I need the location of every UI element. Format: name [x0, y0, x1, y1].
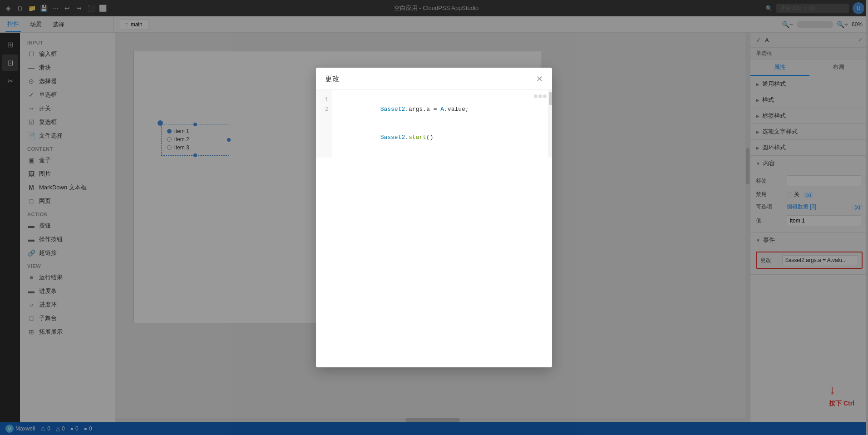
code-var-3: $asset2: [380, 134, 405, 141]
code-method-1: start: [409, 134, 426, 141]
code-editor[interactable]: 1 2 $asset2.args.a = A.value; $asset2.st…: [316, 90, 552, 158]
modal-overlay[interactable]: 更改 ✕ 1 2 $asset2.args.a = A.value;: [0, 0, 868, 435]
modal-body: 1 2 $asset2.args.a = A.value; $asset2.st…: [316, 90, 552, 367]
resize-dot-2: [538, 94, 542, 98]
resize-dot-3: [543, 94, 547, 98]
scrollbar-thumb: [549, 92, 552, 105]
modal-header: 更改 ✕: [316, 68, 552, 90]
code-var-2: A: [440, 106, 444, 113]
line-number-2: 2: [316, 105, 332, 114]
code-var-1: $asset2: [380, 106, 405, 113]
code-content-area[interactable]: $asset2.args.a = A.value; $asset2.start(…: [332, 90, 548, 158]
code-line-2: $asset2.start(): [338, 124, 543, 152]
code-line-1: $asset2.args.a = A.value;: [338, 95, 543, 124]
modal-dialog: 更改 ✕ 1 2 $asset2.args.a = A.value;: [316, 68, 552, 367]
resize-dot-1: [534, 94, 538, 98]
modal-close-button[interactable]: ✕: [536, 74, 543, 84]
line-number-1: 1: [316, 95, 332, 105]
modal-vertical-scrollbar[interactable]: [548, 90, 552, 158]
modal-resize-bar: [534, 94, 547, 98]
modal-title: 更改: [325, 74, 340, 84]
line-numbers: 1 2: [316, 90, 332, 158]
